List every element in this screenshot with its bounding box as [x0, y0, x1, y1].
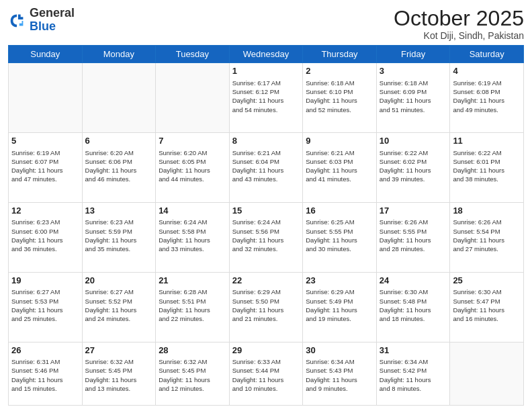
day-info: Sunrise: 6:22 AM Sunset: 6:02 PM Dayligh…: [380, 148, 447, 184]
day-number: 11: [453, 135, 521, 147]
day-number: 9: [306, 135, 373, 147]
calendar-cell: 13Sunrise: 6:23 AM Sunset: 5:59 PM Dayli…: [82, 202, 156, 272]
day-number: 17: [380, 205, 447, 217]
calendar-cell: [450, 342, 524, 405]
day-number: 5: [11, 135, 79, 147]
day-number: 15: [232, 205, 300, 217]
calendar-cell: 25Sunrise: 6:30 AM Sunset: 5:47 PM Dayli…: [450, 272, 524, 342]
calendar-cell: 12Sunrise: 6:23 AM Sunset: 6:00 PM Dayli…: [9, 202, 83, 272]
day-info: Sunrise: 6:20 AM Sunset: 6:05 PM Dayligh…: [159, 148, 226, 184]
calendar-cell: 1Sunrise: 6:17 AM Sunset: 6:12 PM Daylig…: [229, 63, 303, 133]
calendar-cell: 30Sunrise: 6:34 AM Sunset: 5:43 PM Dayli…: [303, 342, 377, 405]
day-number: 22: [232, 275, 300, 287]
location: Kot Diji, Sindh, Pakistan: [394, 30, 524, 41]
calendar-cell: 22Sunrise: 6:29 AM Sunset: 5:50 PM Dayli…: [229, 272, 303, 342]
day-number: 29: [232, 345, 300, 357]
day-number: 3: [380, 65, 447, 77]
day-number: 27: [85, 345, 153, 357]
day-info: Sunrise: 6:33 AM Sunset: 5:44 PM Dayligh…: [232, 357, 300, 393]
day-info: Sunrise: 6:25 AM Sunset: 5:55 PM Dayligh…: [306, 218, 373, 253]
week-row-3: 12Sunrise: 6:23 AM Sunset: 6:00 PM Dayli…: [9, 202, 524, 272]
calendar-cell: [156, 63, 230, 133]
day-number: 2: [306, 65, 373, 77]
day-info: Sunrise: 6:31 AM Sunset: 5:46 PM Dayligh…: [11, 357, 79, 393]
day-info: Sunrise: 6:27 AM Sunset: 5:53 PM Dayligh…: [11, 287, 79, 323]
calendar-table: SundayMondayTuesdayWednesdayThursdayFrid…: [8, 45, 524, 406]
day-info: Sunrise: 6:24 AM Sunset: 5:58 PM Dayligh…: [159, 218, 226, 253]
calendar-cell: 7Sunrise: 6:20 AM Sunset: 6:05 PM Daylig…: [156, 133, 230, 203]
calendar-cell: 14Sunrise: 6:24 AM Sunset: 5:58 PM Dayli…: [156, 202, 230, 272]
calendar-cell: 21Sunrise: 6:28 AM Sunset: 5:51 PM Dayli…: [156, 272, 230, 342]
calendar-cell: 17Sunrise: 6:26 AM Sunset: 5:55 PM Dayli…: [376, 202, 450, 272]
day-info: Sunrise: 6:21 AM Sunset: 6:04 PM Dayligh…: [232, 148, 300, 184]
day-info: Sunrise: 6:19 AM Sunset: 6:08 PM Dayligh…: [453, 79, 521, 114]
day-number: 24: [380, 275, 447, 287]
day-info: Sunrise: 6:21 AM Sunset: 6:03 PM Dayligh…: [306, 148, 373, 184]
calendar-cell: 3Sunrise: 6:18 AM Sunset: 6:09 PM Daylig…: [376, 63, 450, 133]
day-number: 25: [453, 275, 521, 287]
day-header-tuesday: Tuesday: [156, 46, 230, 63]
day-number: 16: [306, 205, 373, 217]
calendar-cell: 23Sunrise: 6:29 AM Sunset: 5:49 PM Dayli…: [303, 272, 377, 342]
calendar-cell: 26Sunrise: 6:31 AM Sunset: 5:46 PM Dayli…: [9, 342, 83, 405]
day-header-thursday: Thursday: [303, 46, 377, 63]
title-block: October 2025 Kot Diji, Sindh, Pakistan: [394, 7, 524, 41]
day-info: Sunrise: 6:18 AM Sunset: 6:09 PM Dayligh…: [380, 79, 447, 114]
day-number: 19: [11, 275, 79, 287]
day-info: Sunrise: 6:30 AM Sunset: 5:47 PM Dayligh…: [453, 287, 521, 323]
day-info: Sunrise: 6:24 AM Sunset: 5:56 PM Dayligh…: [232, 218, 300, 253]
day-info: Sunrise: 6:26 AM Sunset: 5:54 PM Dayligh…: [453, 218, 521, 253]
day-info: Sunrise: 6:23 AM Sunset: 6:00 PM Dayligh…: [11, 218, 79, 253]
day-number: 8: [232, 135, 300, 147]
calendar-cell: 9Sunrise: 6:21 AM Sunset: 6:03 PM Daylig…: [303, 133, 377, 203]
calendar-cell: 2Sunrise: 6:18 AM Sunset: 6:10 PM Daylig…: [303, 63, 377, 133]
calendar-cell: 18Sunrise: 6:26 AM Sunset: 5:54 PM Dayli…: [450, 202, 524, 272]
day-number: 1: [232, 65, 300, 77]
week-row-4: 19Sunrise: 6:27 AM Sunset: 5:53 PM Dayli…: [9, 272, 524, 342]
logo-general-text: General: [30, 6, 75, 19]
day-info: Sunrise: 6:30 AM Sunset: 5:48 PM Dayligh…: [380, 287, 447, 323]
day-header-saturday: Saturday: [450, 46, 524, 63]
day-info: Sunrise: 6:18 AM Sunset: 6:10 PM Dayligh…: [306, 79, 373, 114]
day-number: 7: [159, 135, 226, 147]
calendar-cell: 11Sunrise: 6:22 AM Sunset: 6:01 PM Dayli…: [450, 133, 524, 203]
day-info: Sunrise: 6:27 AM Sunset: 5:52 PM Dayligh…: [85, 287, 153, 323]
day-header-sunday: Sunday: [9, 46, 83, 63]
day-info: Sunrise: 6:34 AM Sunset: 5:42 PM Dayligh…: [380, 357, 447, 393]
week-row-1: 1Sunrise: 6:17 AM Sunset: 6:12 PM Daylig…: [9, 63, 524, 133]
calendar-cell: 15Sunrise: 6:24 AM Sunset: 5:56 PM Dayli…: [229, 202, 303, 272]
calendar-cell: 4Sunrise: 6:19 AM Sunset: 6:08 PM Daylig…: [450, 63, 524, 133]
day-number: 12: [11, 205, 79, 217]
day-info: Sunrise: 6:26 AM Sunset: 5:55 PM Dayligh…: [380, 218, 447, 253]
calendar-cell: 5Sunrise: 6:19 AM Sunset: 6:07 PM Daylig…: [9, 133, 83, 203]
calendar-cell: [9, 63, 83, 133]
day-number: 28: [159, 345, 226, 357]
day-number: 14: [159, 205, 226, 217]
day-info: Sunrise: 6:17 AM Sunset: 6:12 PM Dayligh…: [232, 79, 300, 114]
day-info: Sunrise: 6:19 AM Sunset: 6:07 PM Dayligh…: [11, 148, 79, 184]
day-header-wednesday: Wednesday: [229, 46, 303, 63]
calendar-header-row: SundayMondayTuesdayWednesdayThursdayFrid…: [9, 46, 524, 63]
calendar-cell: 16Sunrise: 6:25 AM Sunset: 5:55 PM Dayli…: [303, 202, 377, 272]
day-info: Sunrise: 6:29 AM Sunset: 5:49 PM Dayligh…: [306, 287, 373, 323]
day-number: 20: [85, 275, 153, 287]
calendar-cell: 31Sunrise: 6:34 AM Sunset: 5:42 PM Dayli…: [376, 342, 450, 405]
calendar-cell: 29Sunrise: 6:33 AM Sunset: 5:44 PM Dayli…: [229, 342, 303, 405]
day-number: 10: [380, 135, 447, 147]
calendar-cell: 10Sunrise: 6:22 AM Sunset: 6:02 PM Dayli…: [376, 133, 450, 203]
week-row-2: 5Sunrise: 6:19 AM Sunset: 6:07 PM Daylig…: [9, 133, 524, 203]
logo-blue-text: Blue: [30, 19, 56, 33]
logo-text: General Blue: [30, 7, 75, 34]
logo-icon: [8, 11, 27, 30]
day-info: Sunrise: 6:29 AM Sunset: 5:50 PM Dayligh…: [232, 287, 300, 323]
day-number: 18: [453, 205, 521, 217]
day-info: Sunrise: 6:23 AM Sunset: 5:59 PM Dayligh…: [85, 218, 153, 253]
day-number: 30: [306, 345, 373, 357]
calendar-cell: 8Sunrise: 6:21 AM Sunset: 6:04 PM Daylig…: [229, 133, 303, 203]
day-info: Sunrise: 6:34 AM Sunset: 5:43 PM Dayligh…: [306, 357, 373, 393]
day-number: 21: [159, 275, 226, 287]
day-number: 31: [380, 345, 447, 357]
day-info: Sunrise: 6:32 AM Sunset: 5:45 PM Dayligh…: [159, 357, 226, 393]
logo: General Blue: [8, 7, 75, 34]
calendar-cell: 20Sunrise: 6:27 AM Sunset: 5:52 PM Dayli…: [82, 272, 156, 342]
